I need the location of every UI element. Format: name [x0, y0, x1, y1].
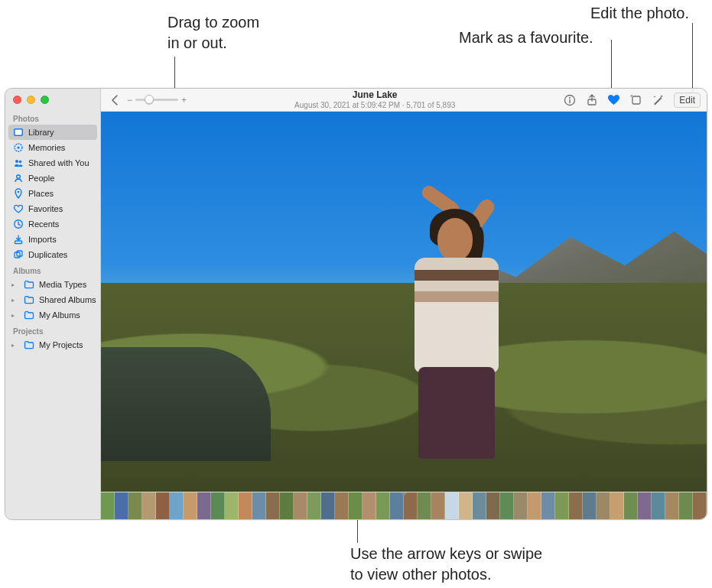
duplicates-icon: [13, 249, 24, 260]
filmstrip-thumb[interactable]: [307, 492, 321, 519]
filmstrip-thumb[interactable]: [363, 492, 376, 519]
sidebar-item-places[interactable]: Places: [5, 186, 100, 201]
zoom-knob[interactable]: [145, 95, 154, 104]
filmstrip-thumb[interactable]: [390, 492, 404, 519]
fullscreen-window-button[interactable]: [41, 96, 49, 104]
sidebar-item-label: People: [28, 174, 54, 183]
filmstrip-thumb[interactable]: [170, 492, 184, 519]
sidebar-item-label: My Projects: [39, 340, 83, 349]
filmstrip-thumb[interactable]: [294, 492, 307, 519]
zoom-in-icon: +: [181, 95, 187, 106]
filmstrip-thumb[interactable]: [486, 492, 500, 519]
sidebar-item-people[interactable]: People: [5, 171, 100, 186]
favourite-button[interactable]: [607, 93, 620, 106]
filmstrip-thumb[interactable]: [528, 492, 541, 519]
filmstrip-thumb[interactable]: [610, 492, 624, 519]
sidebar-section-label: Projects: [5, 323, 100, 337]
filmstrip-thumb[interactable]: [252, 492, 266, 519]
folder-icon: [24, 279, 34, 290]
filmstrip-thumb[interactable]: [555, 492, 569, 519]
places-icon: [13, 188, 24, 199]
callout-edit-line: [692, 23, 693, 92]
chevron-right-icon: ▸: [11, 342, 19, 349]
filmstrip-thumb[interactable]: [101, 492, 115, 519]
main-area: − + June Lake August 30, 2021 at 5:09:42…: [101, 89, 707, 519]
sidebar-item-label: Memories: [28, 143, 65, 152]
svg-rect-14: [569, 99, 570, 103]
minimize-window-button[interactable]: [27, 96, 35, 104]
callout-favourite: Mark as a favourite.: [459, 28, 593, 48]
filmstrip-thumb[interactable]: [638, 492, 652, 519]
sidebar-item-my-projects[interactable]: ▸My Projects: [5, 337, 100, 352]
filmstrip-thumb[interactable]: [197, 492, 211, 519]
filmstrip-thumb[interactable]: [679, 492, 693, 519]
sidebar-item-shared-with-you[interactable]: Shared with You: [5, 155, 100, 171]
sidebar-item-favorites[interactable]: Favorites: [5, 201, 100, 216]
close-window-button[interactable]: [13, 96, 21, 104]
filmstrip-thumb[interactable]: [445, 492, 459, 519]
filmstrip-thumb[interactable]: [473, 492, 486, 519]
sidebar-item-library[interactable]: Library: [8, 125, 97, 140]
filmstrip-thumb[interactable]: [431, 492, 445, 519]
filmstrip-thumb[interactable]: [266, 492, 280, 519]
filmstrip-thumb[interactable]: [404, 492, 418, 519]
photos-window: PhotosLibraryMemoriesShared with YouPeop…: [5, 88, 707, 520]
filmstrip-thumb[interactable]: [142, 492, 156, 519]
photo-viewer[interactable]: [101, 112, 707, 492]
enhance-button[interactable]: [652, 93, 665, 106]
edit-button[interactable]: Edit: [674, 93, 701, 108]
shared-icon: [13, 158, 24, 168]
svg-point-13: [569, 97, 571, 99]
filmstrip-thumb[interactable]: [335, 492, 349, 519]
filmstrip-thumb[interactable]: [239, 492, 252, 519]
back-button[interactable]: [107, 93, 122, 108]
info-button[interactable]: [563, 93, 576, 106]
filmstrip-thumb[interactable]: [693, 492, 707, 519]
svg-point-7: [18, 191, 20, 193]
filmstrip-thumb[interactable]: [652, 492, 665, 519]
sidebar-item-shared-albums[interactable]: ▸Shared Albums: [5, 292, 100, 307]
folder-icon: [24, 339, 34, 350]
people-icon: [13, 173, 24, 184]
filmstrip-thumb[interactable]: [665, 492, 679, 519]
filmstrip-thumb[interactable]: [418, 492, 431, 519]
filmstrip-thumb[interactable]: [225, 492, 239, 519]
filmstrip-thumb[interactable]: [156, 492, 170, 519]
zoom-slider[interactable]: − +: [127, 95, 187, 106]
filmstrip-thumb[interactable]: [459, 492, 473, 519]
filmstrip-thumb[interactable]: [280, 492, 294, 519]
filmstrip[interactable]: [101, 492, 707, 519]
filmstrip-thumb[interactable]: [569, 492, 583, 519]
sidebar-item-duplicates[interactable]: Duplicates: [5, 247, 100, 262]
photo-title-area: June Lake August 30, 2021 at 5:09:42 PM …: [191, 90, 558, 109]
sidebar-item-imports[interactable]: Imports: [5, 232, 100, 247]
filmstrip-thumb[interactable]: [211, 492, 225, 519]
svg-rect-1: [15, 130, 22, 135]
svg-point-5: [19, 161, 22, 164]
filmstrip-thumb[interactable]: [115, 492, 128, 519]
filmstrip-thumb[interactable]: [514, 492, 528, 519]
rotate-button[interactable]: [629, 93, 642, 106]
filmstrip-thumb[interactable]: [624, 492, 638, 519]
filmstrip-thumb[interactable]: [349, 492, 363, 519]
sidebar-item-memories[interactable]: Memories: [5, 140, 100, 155]
sidebar-item-my-albums[interactable]: ▸My Albums: [5, 307, 100, 323]
filmstrip-thumb[interactable]: [321, 492, 335, 519]
filmstrip-thumb[interactable]: [500, 492, 514, 519]
filmstrip-thumb[interactable]: [597, 492, 610, 519]
share-button[interactable]: [585, 93, 598, 106]
filmstrip-thumb[interactable]: [583, 492, 597, 519]
filmstrip-thumb[interactable]: [541, 492, 555, 519]
filmstrip-thumb[interactable]: [128, 492, 142, 519]
sidebar-item-label: Library: [28, 128, 54, 137]
filmstrip-thumb[interactable]: [184, 492, 197, 519]
toolbar: − + June Lake August 30, 2021 at 5:09:42…: [101, 89, 707, 112]
zoom-track[interactable]: [135, 99, 178, 101]
sidebar-item-label: Shared Albums: [39, 295, 96, 304]
sidebar-item-recents[interactable]: Recents: [5, 216, 100, 232]
svg-point-4: [15, 160, 18, 163]
window-controls: [5, 93, 100, 110]
sidebar-item-media-types[interactable]: ▸Media Types: [5, 277, 100, 292]
filmstrip-thumb[interactable]: [376, 492, 390, 519]
photo-title: June Lake: [191, 90, 558, 101]
